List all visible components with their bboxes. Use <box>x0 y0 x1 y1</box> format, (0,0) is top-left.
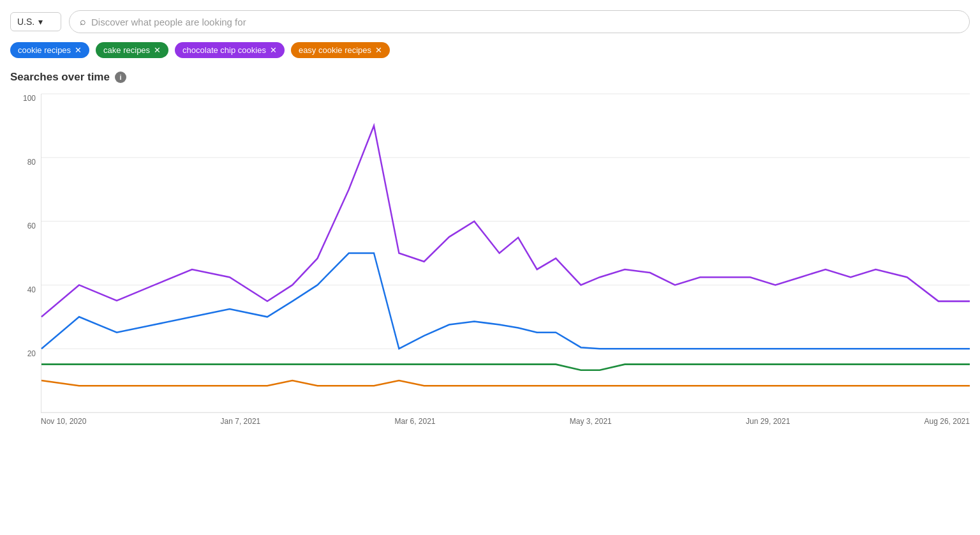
x-label-aug26: Aug 26, 2021 <box>924 417 970 426</box>
tag-chocolate-chip-cookies[interactable]: chocolate chip cookies ✕ <box>175 42 285 58</box>
y-label-100: 100 <box>23 94 36 103</box>
region-label: U.S. <box>17 17 34 27</box>
info-icon[interactable]: i <box>115 72 126 83</box>
tag-label: cookie recipes <box>18 45 71 55</box>
tag-close-icon[interactable]: ✕ <box>270 46 277 54</box>
tag-cake-recipes[interactable]: cake recipes ✕ <box>96 42 168 58</box>
tag-label: chocolate chip cookies <box>182 45 266 55</box>
line-easy-cookie-recipes <box>41 381 970 386</box>
dropdown-chevron-icon: ▾ <box>38 17 43 27</box>
tag-close-icon[interactable]: ✕ <box>154 46 161 54</box>
y-label-40: 40 <box>27 285 36 294</box>
y-label-60: 60 <box>27 222 36 230</box>
tag-close-icon[interactable]: ✕ <box>375 46 382 54</box>
section-title: Searches over time i <box>10 71 970 84</box>
tag-cookie-recipes[interactable]: cookie recipes ✕ <box>10 42 89 58</box>
search-placeholder: Discover what people are looking for <box>91 17 246 27</box>
tag-easy-cookie-recipes[interactable]: easy cookie recipes ✕ <box>291 42 390 58</box>
tag-label: cake recipes <box>103 45 150 55</box>
x-axis: Nov 10, 2020 Jan 7, 2021 Mar 6, 2021 May… <box>41 413 970 439</box>
line-cake-recipes <box>41 365 970 370</box>
chart-svg-area <box>41 94 970 413</box>
y-label-20: 20 <box>27 349 36 358</box>
line-cookie-recipes <box>41 253 970 349</box>
search-icon: ⌕ <box>80 16 86 27</box>
x-label-may3: May 3, 2021 <box>570 417 612 426</box>
y-label-80: 80 <box>27 158 36 167</box>
tag-close-icon[interactable]: ✕ <box>75 46 82 54</box>
y-axis: 100 80 60 40 20 <box>10 94 41 413</box>
tag-label: easy cookie recipes <box>299 45 371 55</box>
x-label-mar6: Mar 6, 2021 <box>394 417 435 426</box>
tags-row: cookie recipes ✕ cake recipes ✕ chocolat… <box>10 42 970 58</box>
chart-container: 100 80 60 40 20 Nov 10, 2020 Jan <box>10 94 970 439</box>
search-bar[interactable]: ⌕ Discover what people are looking for <box>69 10 970 33</box>
x-label-jan7: Jan 7, 2021 <box>221 417 261 426</box>
x-label-nov10: Nov 10, 2020 <box>41 417 86 426</box>
line-chart <box>41 94 970 412</box>
x-label-jun29: Jun 29, 2021 <box>746 417 790 426</box>
region-dropdown[interactable]: U.S. ▾ <box>10 12 61 31</box>
